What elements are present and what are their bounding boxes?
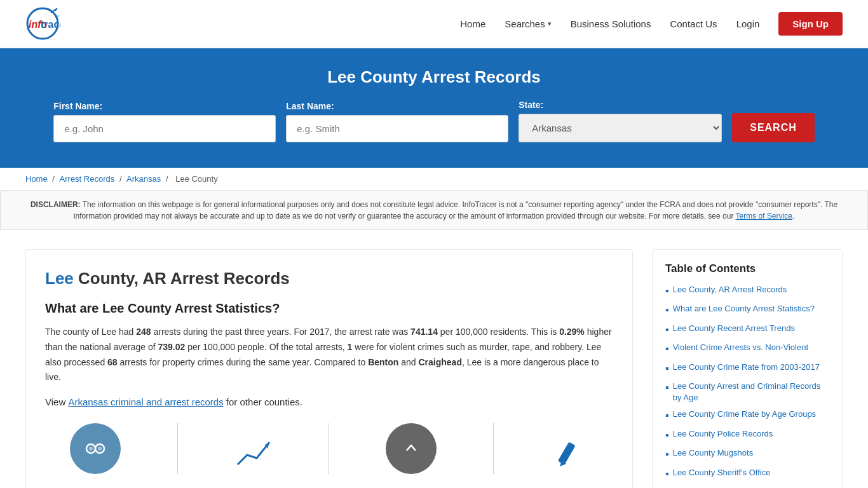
arkansas-records-link[interactable]: Arkansas criminal and arrest records <box>68 396 223 407</box>
toc-item: ▪Lee County Sheriff's Office <box>665 467 829 481</box>
logo-graphic: info tracer ™ <box>25 6 60 41</box>
breadcrumb-lee-county: Lee County <box>175 174 218 184</box>
first-name-input[interactable] <box>53 115 276 142</box>
toc-heading: Table of Contents <box>665 262 829 275</box>
city1: Benton <box>368 357 398 367</box>
toc-bullet: ▪ <box>665 447 669 461</box>
toc-item: ▪Lee County Police Records <box>665 428 829 442</box>
toc-bullet: ▪ <box>665 284 669 298</box>
percent-higher: 0.29% <box>559 327 585 337</box>
article-heading-highlight: Lee <box>45 269 74 288</box>
toc-bullet: ▪ <box>665 428 669 442</box>
toc-item: ▪What are Lee County Arrest Statistics? <box>665 303 829 317</box>
toc-bullet: ▪ <box>665 323 669 337</box>
icons-row <box>45 423 613 474</box>
stats-heading: What are Lee County Arrest Statistics? <box>45 301 613 316</box>
first-name-group: First Name: <box>53 101 276 142</box>
toc-item: ▪Lee County Recent Arrest Trends <box>665 323 829 337</box>
toc-bullet: ▪ <box>665 467 669 481</box>
breadcrumb: Home / Arrest Records / Arkansas / Lee C… <box>0 168 868 191</box>
svg-rect-12 <box>557 442 575 464</box>
toc-link[interactable]: Violent Crime Arrests vs. Non-Violent <box>673 342 808 353</box>
view-link-prefix: View <box>45 396 68 407</box>
article-section: Lee County, AR Arrest Records What are L… <box>25 249 633 488</box>
breadcrumb-home[interactable]: Home <box>25 174 48 184</box>
search-form: First Name: Last Name: State: AlabamaAla… <box>85 100 783 142</box>
property-count: 68 <box>107 357 118 367</box>
divider2 <box>329 423 329 474</box>
logo: info tracer ™ <box>25 6 60 41</box>
sidebar: Table of Contents ▪Lee County, AR Arrest… <box>652 249 843 488</box>
breadcrumb-arrest-records[interactable]: Arrest Records <box>60 174 115 184</box>
toc-list: ▪Lee County, AR Arrest Records▪What are … <box>665 284 829 488</box>
hero-section: Lee County Arrest Records First Name: La… <box>0 48 868 168</box>
toc-item: ▪Violent Crime Arrests vs. Non-Violent <box>665 342 829 356</box>
state-label: State: <box>519 100 722 110</box>
last-name-input[interactable] <box>286 115 508 142</box>
table-of-contents: Table of Contents ▪Lee County, AR Arrest… <box>652 249 843 488</box>
last-name-group: Last Name: <box>286 101 508 142</box>
toc-item: ▪Lee County Arrest and Criminal Records … <box>665 381 829 403</box>
view-link-suffix: for other counties. <box>224 396 302 407</box>
last-name-label: Last Name: <box>286 101 508 111</box>
scroll-top-icon[interactable] <box>386 423 437 474</box>
toc-link[interactable]: Lee County Crime Rate by Age Groups <box>673 409 816 420</box>
breadcrumb-sep2: / <box>119 174 124 184</box>
nav-searches[interactable]: Searches <box>505 18 545 29</box>
disclaimer-text: The information on this webpage is for g… <box>74 200 837 220</box>
disclaimer-end: . <box>792 212 794 220</box>
svg-point-10 <box>98 447 102 451</box>
arrest-rate: 741.14 <box>410 327 438 337</box>
toc-bullet: ▪ <box>665 303 669 317</box>
toc-bullet: ▪ <box>665 381 669 395</box>
site-header: info tracer ™ Home Searches ▾ Business S… <box>0 0 868 48</box>
article-heading: Lee County, AR Arrest Records <box>45 269 613 288</box>
breadcrumb-sep3: / <box>166 174 170 184</box>
terms-of-service-link[interactable]: Terms of Service <box>736 212 792 220</box>
chevron-down-icon: ▾ <box>548 20 552 28</box>
page-title: Lee County Arrest Records <box>25 67 843 87</box>
divider3 <box>493 423 494 474</box>
toc-link[interactable]: Lee County Police Records <box>673 428 773 440</box>
view-link-paragraph: View Arkansas criminal and arrest record… <box>45 394 613 410</box>
nav-searches-wrapper: Searches ▾ <box>505 18 551 29</box>
breadcrumb-arkansas[interactable]: Arkansas <box>126 174 161 184</box>
login-button[interactable]: Login <box>736 18 760 29</box>
icon-pen <box>550 436 588 474</box>
search-button[interactable]: SEARCH <box>732 113 815 142</box>
violent-count: 1 <box>348 342 353 352</box>
toc-item: ▪Lee County, AR Arrest Records <box>665 284 829 298</box>
main-nav: Home Searches ▾ Business Solutions Conta… <box>460 12 843 36</box>
nav-contact-us[interactable]: Contact Us <box>670 18 717 29</box>
toc-bullet: ▪ <box>665 342 669 356</box>
breadcrumb-sep1: / <box>52 174 57 184</box>
first-name-label: First Name: <box>53 101 276 111</box>
toc-link[interactable]: Lee County, AR Arrest Records <box>673 284 787 295</box>
state-group: State: AlabamaAlaskaArizonaArkansasCalif… <box>519 100 722 142</box>
toc-link[interactable]: What are Lee County Arrest Statistics? <box>673 303 815 315</box>
toc-item: ▪Lee County Mugshots <box>665 447 829 461</box>
signup-button[interactable]: Sign Up <box>778 12 843 36</box>
stats-paragraph: The county of Lee had 248 arrests during… <box>45 325 613 385</box>
svg-text:™: ™ <box>53 14 59 20</box>
toc-item: ▪Lee County Crime Rate from 2003-2017 <box>665 362 829 376</box>
toc-link[interactable]: Lee County Arrest and Criminal Records b… <box>673 381 829 403</box>
state-select[interactable]: AlabamaAlaskaArizonaArkansasCaliforniaCo… <box>519 114 722 142</box>
main-content: Lee County, AR Arrest Records What are L… <box>0 230 868 488</box>
arrests-count: 248 <box>136 327 151 337</box>
handcuffs-icon <box>70 423 121 474</box>
article-heading-rest: County, AR Arrest Records <box>74 269 290 288</box>
toc-bullet: ▪ <box>665 409 669 423</box>
toc-link[interactable]: Lee County Crime Rate from 2003-2017 <box>673 362 820 373</box>
nav-business-solutions[interactable]: Business Solutions <box>571 18 651 29</box>
icon-trend-up <box>234 436 273 474</box>
icon-handcuffs <box>70 423 121 474</box>
toc-link[interactable]: Lee County Sheriff's Office <box>673 467 771 478</box>
toc-link[interactable]: Lee County Mugshots <box>673 447 753 459</box>
icon-scroll-up <box>386 423 437 474</box>
svg-point-9 <box>89 447 93 451</box>
national-avg: 739.02 <box>158 342 185 352</box>
toc-link[interactable]: Lee County Recent Arrest Trends <box>673 323 795 334</box>
disclaimer-box: DISCLAIMER: The information on this webp… <box>0 191 868 230</box>
nav-home[interactable]: Home <box>460 18 485 29</box>
